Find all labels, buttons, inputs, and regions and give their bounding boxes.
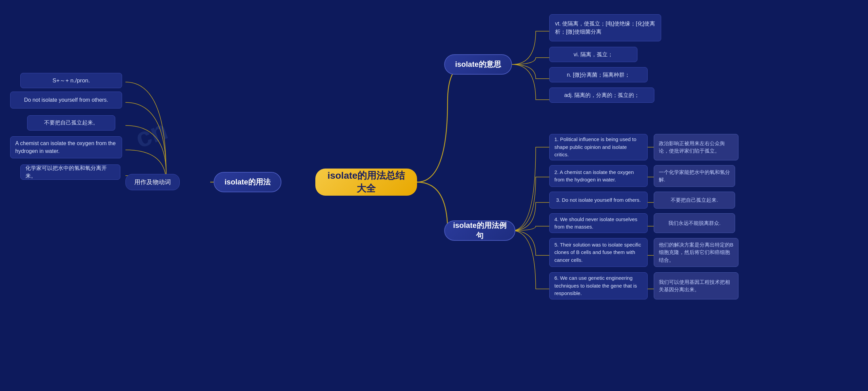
def-vt-label: vt. 使隔离，使孤立；[电]使绝缘；[化]使离析；[微]使细菌分离 [555, 20, 655, 36]
def-adj: adj. 隔离的，分离的；孤立的； [549, 87, 654, 103]
pattern-label: S+～+ n./pron. [53, 77, 90, 85]
node-transitive-verb: 用作及物动词 [125, 174, 180, 190]
example5-en-label: 5. Their solution was to isolate specifi… [554, 241, 643, 264]
node-meaning-mid: isolate的意思 [444, 54, 512, 75]
example6-en: 6. We can use genetic engineering techni… [549, 272, 648, 299]
example2-en-label: 2. A chemist can isolate the oxygen from… [554, 169, 643, 184]
example1-zh-label: 政治影响正被用来左右公众舆论，使批评家们陷于孤立。 [659, 140, 733, 155]
def-n: n. [微]分离菌；隔离种群； [549, 67, 648, 82]
def-n-label: n. [微]分离菌；隔离种群； [567, 71, 630, 79]
example4-en-label: 4. We should never isolate ourselves fro… [554, 216, 643, 231]
example1-zh: 政治影响正被用来左右公众舆论，使批评家们陷于孤立。 [654, 134, 738, 160]
leaf-example-zh2: 化学家可以把水中的氢和氧分离开来。 [20, 164, 120, 180]
watermark: cn [131, 114, 172, 154]
example2-zh: 一个化学家能把水中的氧和氢分解. [654, 165, 735, 187]
meaning-mid-label: isolate的意思 [455, 59, 501, 70]
usage-mid-label: isolate的用法 [224, 177, 271, 187]
example4-zh: 我们永远不能脱离群众. [654, 213, 735, 233]
def-vt: vt. 使隔离，使孤立；[电]使绝缘；[化]使离析；[微]使细菌分离 [549, 14, 661, 41]
example-zh2-label: 化学家可以把水中的氢和氧分离开来。 [25, 164, 115, 180]
center-node: isolate的用法总结大全 [315, 169, 417, 196]
example1-en: 1. Political influence is being used to … [549, 134, 648, 160]
node-usage-mid: isolate的用法 [214, 172, 281, 192]
example4-en: 4. We should never isolate ourselves fro… [549, 213, 648, 233]
center-label: isolate的用法总结大全 [326, 169, 406, 195]
example5-zh: 他们的解决方案是分离出特定的B细胞克隆，然后将它们和癌细胞结合。 [654, 238, 738, 267]
example3-zh: 不要把自己孤立起来. [654, 192, 735, 209]
connection-lines [0, 0, 868, 391]
leaf-example-en2: A chemist can isolate the oxygen from th… [10, 136, 122, 158]
example5-zh-label: 他们的解决方案是分离出特定的B细胞克隆，然后将它们和癌细胞结合。 [659, 241, 733, 264]
def-vi: vi. 隔离，孤立； [549, 47, 637, 62]
leaf-pattern: S+～+ n./pron. [20, 73, 122, 88]
example2-zh-label: 一个化学家能把水中的氧和氢分解. [659, 169, 730, 184]
def-vi-label: vi. 隔离，孤立； [574, 51, 613, 59]
example-en1-label: Do not isolate yourself from others. [24, 96, 108, 104]
leaf-example-en1: Do not isolate yourself from others. [10, 92, 122, 109]
transitive-verb-label: 用作及物动词 [134, 178, 171, 186]
leaf-example-zh1: 不要把自己孤立起来。 [27, 115, 115, 131]
example2-en: 2. A chemist can isolate the oxygen from… [549, 165, 648, 187]
examples-mid-label: isolate的用法例句 [453, 220, 507, 241]
node-examples-mid: isolate的用法例句 [444, 220, 515, 241]
example4-zh-label: 我们永远不能脱离群众. [668, 219, 721, 227]
def-adj-label: adj. 隔离的，分离的；孤立的； [564, 91, 639, 99]
example5-en: 5. Their solution was to isolate specifi… [549, 238, 648, 267]
example3-en-label: 3. Do not isolate yourself from others. [556, 196, 640, 204]
example6-en-label: 6. We can use genetic engineering techni… [554, 274, 643, 297]
example1-en-label: 1. Political influence is being used to … [554, 136, 643, 159]
example6-zh-label: 我们可以使用基因工程技术把相关基因分离出来。 [659, 278, 733, 294]
example3-en: 3. Do not isolate yourself from others. [549, 192, 648, 209]
example3-zh-label: 不要把自己孤立起来. [671, 196, 718, 204]
mindmap-container: cn [0, 0, 868, 391]
example-en2-label: A chemist can isolate the oxygen from th… [15, 140, 117, 155]
example6-zh: 我们可以使用基因工程技术把相关基因分离出来。 [654, 272, 738, 299]
example-zh1-label: 不要把自己孤立起来。 [44, 119, 98, 126]
